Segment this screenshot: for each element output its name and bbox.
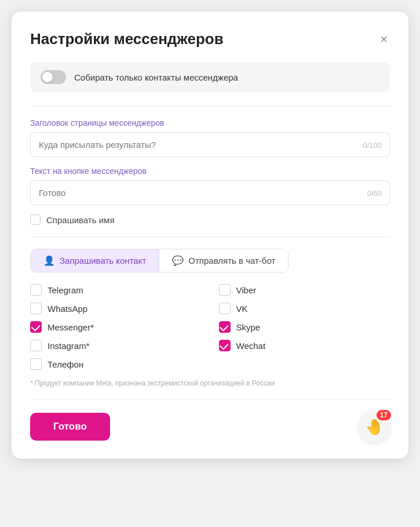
checkbox-viber[interactable] [219,284,231,296]
page-title-field: Заголовок страницы мессенджеров 0/100 [30,118,390,157]
button-text-label: Текст на кнопке мессенджеров [30,166,390,176]
button-text-input-wrap: 0/60 [30,180,390,205]
toggle-thumb [42,72,53,82]
tab-send-bot-label: Отправлять в чат-бот [188,256,275,266]
page-title-input-wrap: 0/100 [30,132,390,157]
messenger-name-whatsapp: WhatsApp [48,304,87,314]
bell-icon: 🤚 [365,418,384,436]
messenger-name-skype: Skype [236,322,261,332]
ask-name-checkbox[interactable] [30,215,41,225]
messenger-item-telefon: Телефон [30,358,202,370]
request-contact-icon: 👤 [43,255,55,266]
checkbox-wechat[interactable] [219,340,231,351]
button-text-char-count: 0/60 [367,188,382,197]
tab-request-contact[interactable]: 👤 Запрашивать контакт [31,249,159,272]
ask-name-label: Спрашивать имя [46,215,115,225]
messenger-name-wechat: Wechat [236,341,266,351]
messenger-item-vk: VK [219,303,390,314]
divider-2 [30,237,390,237]
tab-send-bot[interactable]: 💬 Отправлять в чат-бот [159,249,288,272]
checkbox-messenger[interactable] [30,321,42,333]
messengers-grid: TelegramViberWhatsAppVKMessenger*SkypeIn… [30,284,390,370]
messenger-item-telegram: Telegram [30,284,202,296]
toggle-label: Собирать только контакты мессенджера [74,72,238,82]
settings-modal: Настройки мессенджеров × Собирать только… [12,12,408,459]
checkbox-whatsapp[interactable] [30,303,42,314]
send-bot-icon: 💬 [172,255,184,266]
messenger-item-whatsapp: WhatsApp [30,303,202,314]
footer-row: Готово 🤚 17 [30,399,390,442]
notification-bell[interactable]: 🤚 17 [359,411,390,442]
messenger-name-instagram: Instagram* [48,341,90,351]
checkbox-vk[interactable] [219,303,231,314]
messenger-item-instagram: Instagram* [30,340,202,351]
checkbox-skype[interactable] [219,321,231,333]
collect-contacts-toggle[interactable] [41,70,66,84]
page-title-char-count: 0/100 [363,140,382,149]
page-title-input[interactable] [30,132,390,157]
notification-badge: 17 [377,410,391,420]
messenger-item-wechat: Wechat [219,340,390,351]
messenger-name-messenger: Messenger* [48,322,94,332]
tab-request-contact-label: Запрашивать контакт [60,256,146,266]
messenger-name-viber: Viber [236,285,257,295]
messenger-item-viber: Viber [219,284,390,296]
ask-name-row: Спрашивать имя [30,215,390,225]
checkbox-instagram[interactable] [30,340,42,351]
done-button[interactable]: Готово [30,413,110,441]
messenger-item-messenger: Messenger* [30,321,202,333]
messenger-item-skype: Skype [219,321,390,333]
button-text-field: Текст на кнопке мессенджеров 0/60 [30,166,390,205]
messenger-name-vk: VK [236,304,248,314]
checkbox-telegram[interactable] [30,284,42,296]
modal-title: Настройки мессенджеров [30,30,224,48]
close-button[interactable]: × [378,31,390,48]
divider-1 [30,106,390,107]
button-text-input[interactable] [30,180,390,205]
toggle-row: Собирать только контакты мессенджера [30,62,390,92]
messenger-name-telefon: Телефон [48,359,83,369]
modal-header: Настройки мессенджеров × [30,30,390,48]
footnote: * Продукт компании Meta, признана экстре… [30,379,390,387]
page-title-label: Заголовок страницы мессенджеров [30,118,390,128]
messenger-name-telegram: Telegram [48,285,83,295]
checkbox-telefon[interactable] [30,358,42,370]
tabs-row: 👤 Запрашивать контакт 💬 Отправлять в чат… [30,249,288,272]
